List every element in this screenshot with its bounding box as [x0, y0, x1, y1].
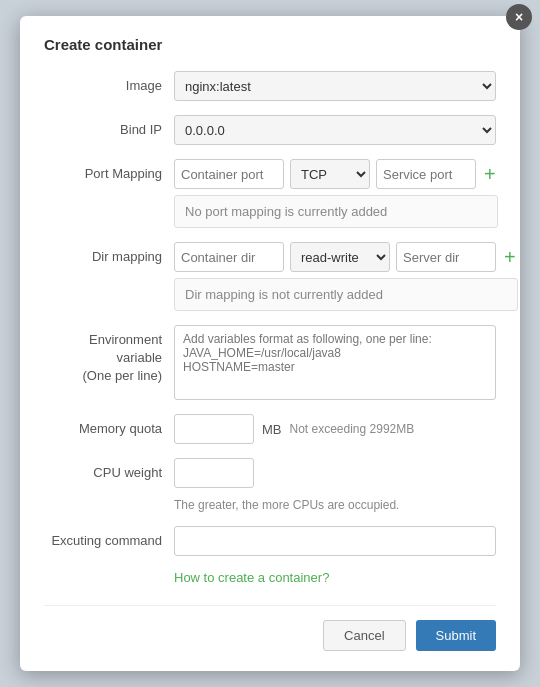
cpu-weight-controls: 100 The greater, the more CPUs are occup… — [174, 458, 496, 512]
overlay: × Create container Image nginx:latest ub… — [0, 0, 540, 687]
help-link[interactable]: How to create a container? — [174, 570, 329, 585]
cpu-weight-input[interactable]: 100 — [174, 458, 254, 488]
cpu-row-inputs: 100 — [174, 458, 496, 488]
port-mapping-row: Port Mapping TCP UDP + No port mapping i… — [44, 159, 496, 228]
dir-mapping-inputs: read-write read-only + — [174, 242, 518, 272]
dir-mapping-row: Dir mapping read-write read-only + Dir m… — [44, 242, 496, 311]
memory-input[interactable]: 1496 — [174, 414, 254, 444]
memory-quota-controls: 1496 MB Not exceeding 2992MB — [174, 414, 496, 444]
memory-quota-label: Memory quota — [44, 414, 174, 438]
executing-command-row: Excuting command /bin/bash — [44, 526, 496, 556]
image-label: Image — [44, 71, 174, 95]
memory-row-inputs: 1496 MB Not exceeding 2992MB — [174, 414, 496, 444]
dir-mapping-empty-message: Dir mapping is not currently added — [174, 278, 518, 311]
image-row: Image nginx:latest ubuntu:latest alpine:… — [44, 71, 496, 101]
env-variable-controls — [174, 325, 496, 400]
help-link-row: How to create a container? — [44, 570, 496, 585]
memory-quota-row: Memory quota 1496 MB Not exceeding 2992M… — [44, 414, 496, 444]
port-mapping-label: Port Mapping — [44, 159, 174, 183]
submit-button[interactable]: Submit — [416, 620, 496, 651]
executing-command-input[interactable]: /bin/bash — [174, 526, 496, 556]
executing-command-label: Excuting command — [44, 526, 174, 550]
env-variable-label: Environment variable (One per line) — [44, 325, 174, 386]
service-port-input[interactable] — [376, 159, 476, 189]
permission-select[interactable]: read-write read-only — [290, 242, 390, 272]
server-dir-input[interactable] — [396, 242, 496, 272]
close-button[interactable]: × — [506, 4, 532, 30]
dir-mapping-label: Dir mapping — [44, 242, 174, 266]
env-variable-row: Environment variable (One per line) — [44, 325, 496, 400]
image-controls: nginx:latest ubuntu:latest alpine:latest — [174, 71, 496, 101]
env-variable-input[interactable] — [174, 325, 496, 400]
bind-ip-select[interactable]: 0.0.0.0 127.0.0.1 — [174, 115, 496, 145]
container-dir-input[interactable] — [174, 242, 284, 272]
cancel-button[interactable]: Cancel — [323, 620, 405, 651]
port-mapping-inputs: TCP UDP + — [174, 159, 498, 189]
port-mapping-empty-message: No port mapping is currently added — [174, 195, 498, 228]
cpu-hint: The greater, the more CPUs are occupied. — [174, 498, 496, 512]
cpu-weight-label: CPU weight — [44, 458, 174, 482]
protocol-select[interactable]: TCP UDP — [290, 159, 370, 189]
dir-mapping-controls: read-write read-only + Dir mapping is no… — [174, 242, 518, 311]
add-port-button[interactable]: + — [482, 164, 498, 184]
modal-title: Create container — [44, 36, 496, 53]
bind-ip-controls: 0.0.0.0 127.0.0.1 — [174, 115, 496, 145]
modal-footer: Cancel Submit — [44, 605, 496, 651]
container-port-input[interactable] — [174, 159, 284, 189]
bind-ip-label: Bind IP — [44, 115, 174, 139]
bind-ip-row: Bind IP 0.0.0.0 127.0.0.1 — [44, 115, 496, 145]
executing-command-controls: /bin/bash — [174, 526, 496, 556]
modal-dialog: × Create container Image nginx:latest ub… — [20, 16, 520, 671]
add-dir-button[interactable]: + — [502, 247, 518, 267]
image-select[interactable]: nginx:latest ubuntu:latest alpine:latest — [174, 71, 496, 101]
port-mapping-controls: TCP UDP + No port mapping is currently a… — [174, 159, 498, 228]
memory-hint: Not exceeding 2992MB — [290, 422, 415, 436]
cpu-weight-row: CPU weight 100 The greater, the more CPU… — [44, 458, 496, 512]
memory-unit: MB — [262, 422, 282, 437]
